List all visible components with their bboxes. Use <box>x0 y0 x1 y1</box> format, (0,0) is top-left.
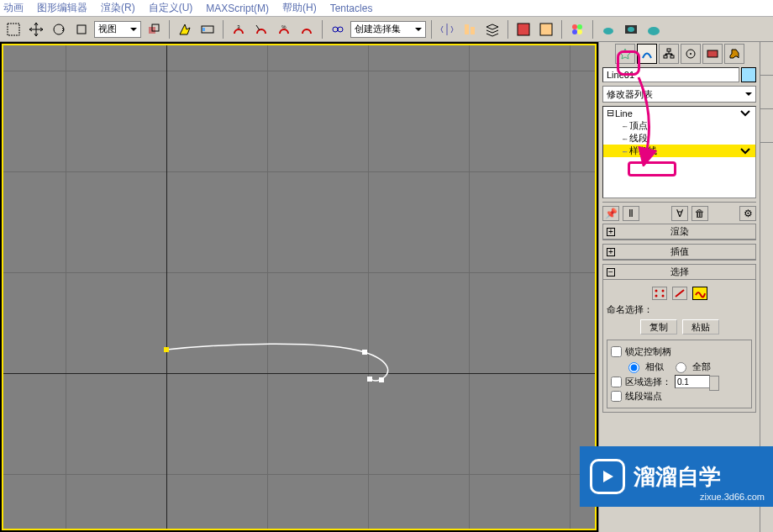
svg-rect-24 <box>664 55 667 58</box>
align-icon[interactable] <box>460 19 480 40</box>
segment-end-checkbox[interactable] <box>611 391 622 402</box>
side-tab-2[interactable] <box>760 76 773 109</box>
segment-end-label: 线段端点 <box>625 390 662 403</box>
svg-rect-14 <box>540 24 552 35</box>
lock-handles-checkbox[interactable] <box>611 346 622 357</box>
svg-rect-6 <box>202 28 205 31</box>
display-tab-icon[interactable] <box>702 44 723 64</box>
segment-level-icon[interactable] <box>672 287 687 300</box>
spline-line01[interactable] <box>3 45 600 532</box>
chevron-icon <box>740 146 750 156</box>
move-icon[interactable] <box>26 19 46 40</box>
hierarchy-tab-icon[interactable] <box>659 44 679 64</box>
spline-level-icon[interactable] <box>692 287 707 300</box>
main-toolbar: 视图 3 % 创建选择集 <box>0 17 773 42</box>
render-setup-icon[interactable] <box>598 19 618 40</box>
all-radio[interactable] <box>676 362 686 373</box>
axis-y <box>166 45 167 529</box>
menu-maxscript[interactable]: MAXScript(M) <box>206 3 269 14</box>
quick-render-icon[interactable] <box>644 19 664 40</box>
reference-coord-dropdown[interactable]: 视图 <box>94 21 141 38</box>
svg-text:%: % <box>281 24 287 29</box>
vertex-2[interactable] <box>362 350 367 355</box>
rollout-interpolation: +插值 <box>602 244 756 261</box>
make-unique-icon[interactable]: ∀ <box>671 206 688 221</box>
paste-button[interactable]: 粘贴 <box>682 319 719 334</box>
svg-point-17 <box>572 29 577 34</box>
snap-3d-icon[interactable]: 3 <box>229 19 249 40</box>
snap-angle-icon[interactable] <box>251 19 271 40</box>
rollout-selection-header[interactable]: −选择 <box>603 265 755 280</box>
create-tab-icon[interactable] <box>615 44 635 64</box>
schematic-view-icon[interactable] <box>536 19 556 40</box>
edit-named-sel-icon[interactable] <box>328 19 348 40</box>
menu-tentacles[interactable]: Tentacles <box>330 3 373 14</box>
lock-handles-label: 锁定控制柄 <box>625 345 671 358</box>
modifier-stack[interactable]: ⊟ Line ·····顶点 ·····线段 ·····样条线 <box>602 106 756 198</box>
configure-sets-icon[interactable]: ⚙ <box>739 206 756 221</box>
select-manipulate-icon[interactable] <box>175 19 195 40</box>
named-selection-dropdown[interactable]: 创建选择集 <box>350 21 426 38</box>
copy-button[interactable]: 复制 <box>640 319 677 334</box>
keyboard-shortcut-icon[interactable] <box>197 19 218 40</box>
material-editor-icon[interactable] <box>567 19 587 40</box>
stack-item-line[interactable]: ⊟ Line <box>603 107 755 119</box>
modify-tab-icon[interactable] <box>637 44 657 64</box>
vertex-level-icon[interactable] <box>652 287 667 300</box>
command-panel-tabs <box>599 42 760 66</box>
menu-animation[interactable]: 动画 <box>3 1 24 15</box>
side-tab-1[interactable] <box>760 42 773 76</box>
stack-sub-segment[interactable]: ·····线段 <box>603 132 755 145</box>
viewport-container <box>0 42 598 532</box>
rollout-render-header[interactable]: +渲染 <box>603 224 755 240</box>
stack-sub-vertex[interactable]: ·····顶点 <box>603 119 755 132</box>
curve-editor-icon[interactable] <box>513 19 534 40</box>
rotate-icon[interactable] <box>49 19 69 40</box>
svg-point-29 <box>655 290 657 292</box>
side-tab-3[interactable] <box>760 109 773 143</box>
area-select-checkbox[interactable] <box>611 377 622 387</box>
menu-help[interactable]: 帮助(H) <box>282 1 317 15</box>
object-color-swatch[interactable] <box>741 67 756 82</box>
object-name-input[interactable] <box>602 67 739 82</box>
svg-point-18 <box>577 29 582 34</box>
vertex-start[interactable] <box>164 347 169 352</box>
svg-point-10 <box>338 27 343 32</box>
remove-modifier-icon[interactable]: 🗑 <box>691 206 708 221</box>
similar-label: 相似 <box>645 361 664 373</box>
svg-point-32 <box>661 295 664 298</box>
snap-percent-icon[interactable]: % <box>274 19 294 40</box>
watermark: 溜溜自学 zixue.3d66.com <box>580 446 773 507</box>
similar-radio[interactable] <box>628 362 639 373</box>
scale-icon[interactable] <box>71 19 92 40</box>
menu-bar: 动画 图形编辑器 渲染(R) 自定义(U) MAXScript(M) 帮助(H)… <box>0 0 773 17</box>
select-object-icon[interactable] <box>3 19 24 40</box>
pivot-icon[interactable] <box>144 19 164 40</box>
mirror-icon[interactable] <box>437 19 457 40</box>
modifier-list-dropdown[interactable]: 修改器列表 <box>602 86 756 103</box>
area-select-spinner[interactable]: 0.1 <box>675 375 710 388</box>
pin-stack-icon[interactable]: 📌 <box>602 206 619 221</box>
vertex-3[interactable] <box>379 377 384 382</box>
viewport[interactable] <box>2 44 597 530</box>
svg-point-31 <box>655 295 657 298</box>
svg-rect-2 <box>77 25 86 34</box>
motion-tab-icon[interactable] <box>681 44 701 64</box>
svg-point-1 <box>54 24 64 34</box>
svg-rect-11 <box>465 24 469 34</box>
render-frame-icon[interactable] <box>621 19 641 40</box>
spinner-snap-icon[interactable] <box>297 19 317 40</box>
rollout-interp-header[interactable]: +插值 <box>603 245 755 260</box>
show-end-result-icon[interactable]: Ⅱ <box>623 206 639 221</box>
rollout-render: +渲染 <box>602 224 756 240</box>
menu-rendering[interactable]: 渲染(R) <box>101 1 135 15</box>
vertex-end[interactable] <box>367 377 372 382</box>
layers-icon[interactable] <box>482 19 502 40</box>
menu-customize[interactable]: 自定义(U) <box>149 1 193 15</box>
stack-sub-spline[interactable]: ·····样条线 <box>603 145 755 157</box>
svg-rect-12 <box>471 27 475 34</box>
menu-graph-editors[interactable]: 图形编辑器 <box>37 1 87 15</box>
utilities-tab-icon[interactable] <box>724 44 744 64</box>
svg-point-30 <box>661 290 664 292</box>
play-icon <box>590 459 625 494</box>
